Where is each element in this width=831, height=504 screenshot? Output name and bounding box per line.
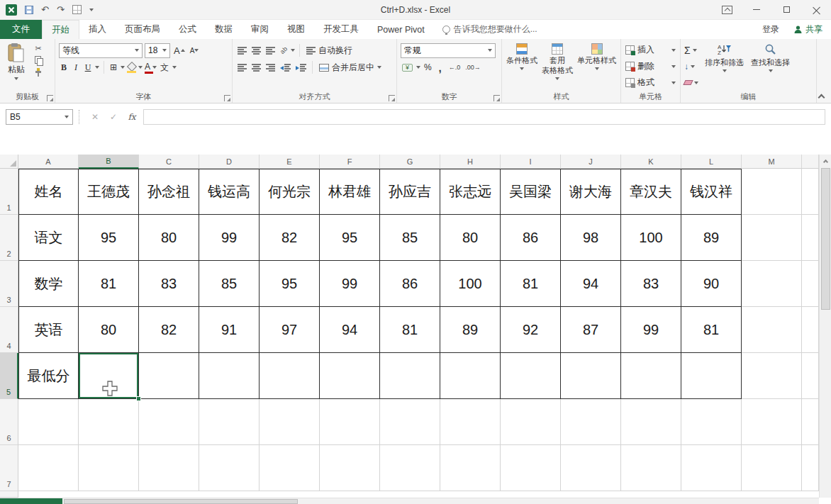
cell-B6[interactable] [79, 399, 139, 445]
cell-K1[interactable]: 章汉夫 [621, 169, 681, 215]
accounting-format-icon[interactable]: ¥ [401, 60, 414, 74]
tab-公式[interactable]: 公式 [169, 20, 206, 39]
cut-icon[interactable]: ✂ [35, 45, 41, 52]
minimize-button[interactable] [742, 0, 771, 19]
decrease-decimal-icon[interactable]: .00→ [464, 60, 482, 74]
name-box[interactable]: B5 [6, 109, 73, 125]
conditional-formatting-button[interactable]: 条件格式 [504, 43, 540, 81]
cell-K5[interactable] [621, 353, 681, 399]
cell-F7[interactable] [320, 445, 380, 491]
cell-F3[interactable]: 99 [320, 261, 380, 307]
cell-K6[interactable] [621, 399, 681, 445]
cell-D1[interactable]: 钱运高 [199, 169, 260, 215]
cell-E4[interactable]: 97 [260, 307, 320, 353]
cell-I3[interactable]: 81 [501, 261, 561, 307]
tell-me-box[interactable]: 告诉我您想要做什么... [434, 20, 546, 39]
cell-J2[interactable]: 98 [561, 215, 621, 261]
column-header-J[interactable]: J [561, 155, 621, 169]
share-button[interactable]: 共享 [793, 23, 822, 35]
scroll-up-button[interactable] [820, 155, 831, 167]
font-color-icon[interactable]: A [145, 62, 150, 73]
cell-E7[interactable] [260, 445, 320, 491]
orientation-icon[interactable]: ab [279, 43, 289, 57]
cell-overflow2[interactable] [802, 215, 819, 261]
cell-L3[interactable]: 90 [681, 261, 742, 307]
cell-J7[interactable] [561, 445, 621, 491]
comma-style-icon[interactable]: , [435, 60, 445, 74]
cell-B7[interactable] [79, 445, 139, 491]
cell-G3[interactable]: 86 [380, 261, 440, 307]
cell-M1[interactable] [742, 169, 802, 215]
cell-A5[interactable]: 最低分 [18, 353, 79, 399]
cell-C5[interactable] [139, 353, 199, 399]
cell-G7[interactable] [380, 445, 440, 491]
cell-G5[interactable] [380, 353, 440, 399]
decrease-indent-icon[interactable] [279, 60, 292, 74]
align-right-icon[interactable] [264, 60, 277, 74]
underline-button[interactable]: U [83, 60, 93, 74]
undo-icon[interactable]: ↶ [41, 5, 49, 14]
cell-K4[interactable]: 99 [621, 307, 681, 353]
tab-数据[interactable]: 数据 [206, 20, 242, 39]
fill-color-icon[interactable] [127, 63, 136, 72]
cell-K7[interactable] [621, 445, 681, 491]
column-header-K[interactable]: K [621, 155, 681, 169]
cell-L4[interactable]: 81 [681, 307, 742, 353]
cell-C1[interactable]: 孙念祖 [139, 169, 199, 215]
column-header-G[interactable]: G [380, 155, 440, 169]
cell-D7[interactable] [199, 445, 260, 491]
row-header-3[interactable]: 3 [0, 261, 18, 307]
cell-A3[interactable]: 数学 [18, 261, 79, 307]
cell-D4[interactable]: 91 [199, 307, 260, 353]
copy-icon[interactable] [35, 56, 43, 65]
cell-A7[interactable] [18, 445, 79, 491]
cell-L1[interactable]: 钱汉祥 [681, 169, 742, 215]
middle-align-icon[interactable] [250, 43, 262, 57]
cell-A2[interactable]: 语文 [18, 215, 79, 261]
cell-J6[interactable] [561, 399, 621, 445]
cell-B3[interactable]: 81 [79, 261, 139, 307]
row-header-7[interactable]: 7 [0, 445, 18, 491]
cell-overflow5[interactable] [802, 353, 819, 399]
format-cells-button[interactable]: 格式 [623, 75, 678, 90]
cell-A6[interactable] [18, 399, 79, 445]
cell-H3[interactable]: 100 [440, 261, 501, 307]
font-dialog-launcher[interactable] [224, 95, 230, 101]
row-header-overflow[interactable] [0, 491, 18, 498]
cell-overflow1[interactable] [802, 169, 819, 215]
cell-K2[interactable]: 100 [621, 215, 681, 261]
borders-dropdown-icon[interactable] [121, 66, 125, 69]
vertical-scroll-thumb[interactable] [821, 168, 830, 310]
cell-A4[interactable]: 英语 [18, 307, 79, 353]
cell-styles-button[interactable]: 单元格样式 [575, 43, 618, 81]
row-header-6[interactable]: 6 [0, 399, 18, 445]
cell-M3[interactable] [742, 261, 802, 307]
column-header-C[interactable]: C [139, 155, 199, 169]
cell-G2[interactable]: 85 [380, 215, 440, 261]
cell-F6[interactable] [320, 399, 380, 445]
font-name-combo[interactable]: 等线 [59, 43, 143, 58]
sign-in-link[interactable]: 登录 [762, 23, 779, 35]
number-dialog-launcher[interactable] [493, 95, 500, 101]
column-header-H[interactable]: H [440, 155, 501, 169]
vertical-scrollbar[interactable] [819, 155, 831, 498]
wrap-text-button[interactable]: 自动换行 [304, 43, 355, 58]
cell-B1[interactable]: 王德茂 [79, 169, 139, 215]
cell-overflow7[interactable] [802, 445, 819, 491]
cell-E3[interactable]: 95 [260, 261, 320, 307]
cell-overflow4[interactable] [802, 307, 819, 353]
table-icon[interactable] [72, 5, 82, 14]
increase-font-size-button[interactable]: A [172, 43, 186, 57]
cell-overflow6[interactable] [802, 399, 819, 445]
alignment-dialog-launcher[interactable] [389, 95, 395, 101]
cell-G4[interactable]: 81 [380, 307, 440, 353]
cell-H5[interactable] [440, 353, 501, 399]
number-format-combo[interactable]: 常规 [401, 43, 496, 58]
accounting-dropdown-icon[interactable] [416, 66, 420, 69]
cell-L5[interactable] [681, 353, 742, 399]
column-header-B[interactable]: B [79, 155, 139, 169]
tab-开始[interactable]: 开始 [42, 20, 79, 39]
cell-F1[interactable]: 林君雄 [320, 169, 380, 215]
column-header-I[interactable]: I [501, 155, 561, 169]
cell-C3[interactable]: 83 [139, 261, 199, 307]
